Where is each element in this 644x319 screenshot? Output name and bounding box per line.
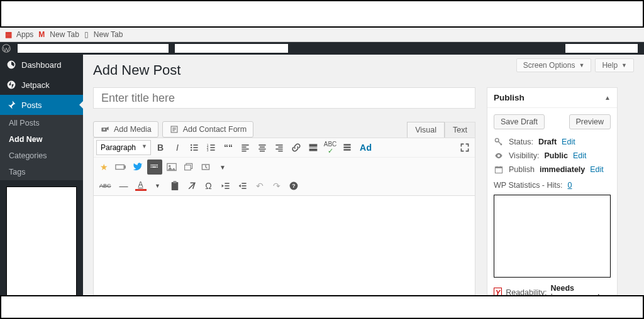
svg-rect-33 [309, 147, 318, 148]
bookmark-newtab-b[interactable]: New Tab [94, 30, 123, 39]
toolbar-toggle-button[interactable] [340, 140, 355, 155]
outdent-button[interactable] [218, 178, 233, 193]
bookmark-apps[interactable]: Apps [16, 30, 33, 39]
document-icon[interactable]: ▯ [84, 30, 89, 39]
redo-button[interactable]: ↷ [269, 178, 284, 193]
svg-rect-38 [116, 165, 125, 169]
hits-value-link[interactable]: 0 [568, 181, 572, 190]
publish-metabox-header[interactable]: Publish ▲ [487, 88, 617, 108]
screen-meta-links: Screen Options ▼ Help ▼ [516, 58, 634, 72]
align-left-button[interactable] [238, 140, 253, 155]
svg-rect-26 [258, 149, 265, 150]
ad-button[interactable]: Ad [357, 140, 375, 155]
strikethrough-button[interactable]: ABC [96, 178, 114, 193]
spellcheck-button[interactable]: ABC✓ [323, 140, 338, 155]
wordpress-logo-icon[interactable] [0, 44, 13, 53]
editor-mode-tabs: Visual Text [407, 122, 475, 138]
sidebar-label-jetpack: Jetpack [21, 80, 50, 90]
gmail-icon[interactable]: M [38, 30, 45, 39]
apps-grid-icon[interactable]: ▦ [5, 30, 11, 39]
svg-rect-24 [258, 144, 265, 146]
insert-link-button[interactable] [289, 140, 304, 155]
text-color-button[interactable]: A [133, 178, 148, 193]
special-char-button[interactable]: Ω [201, 178, 216, 193]
italic-button[interactable]: I [170, 140, 185, 155]
tab-text[interactable]: Text [445, 122, 475, 138]
svg-point-12 [191, 149, 192, 151]
insert-more-button[interactable] [306, 140, 321, 155]
svg-rect-42 [152, 165, 153, 166]
visibility-label: Visibility: [509, 151, 539, 160]
numbered-list-button[interactable]: 123 [204, 140, 219, 155]
color-caret-icon[interactable]: ▼ [150, 178, 165, 193]
distraction-free-button[interactable] [457, 140, 472, 155]
svg-rect-57 [225, 185, 229, 187]
sidebar-item-dashboard[interactable]: Dashboard [0, 55, 83, 75]
admin-bar-redacted-c [565, 44, 638, 53]
svg-point-1 [8, 81, 16, 89]
screen-options-button[interactable]: Screen Options ▼ [516, 58, 592, 72]
sidebar-item-posts[interactable]: Posts [0, 95, 83, 115]
screen-options-label: Screen Options [523, 61, 575, 70]
status-edit-link[interactable]: Edit [562, 138, 575, 146]
sidebar-sub-categories[interactable]: Categories [0, 148, 83, 164]
format-select[interactable]: Paragraph [96, 140, 151, 155]
help-button[interactable]: Help ▼ [595, 58, 634, 72]
align-center-button[interactable] [255, 140, 270, 155]
camera-music-icon [100, 124, 110, 134]
horizontal-rule-button[interactable]: — [116, 178, 131, 193]
svg-rect-21 [242, 146, 246, 148]
help-label: Help [602, 61, 618, 70]
hits-label: WP Statistics - Hits: [494, 181, 563, 190]
dropdown-caret-icon[interactable]: ▼ [215, 160, 230, 175]
undo-button[interactable]: ↶ [252, 178, 267, 193]
svg-rect-22 [242, 149, 248, 150]
align-right-button[interactable] [272, 140, 287, 155]
add-media-button[interactable]: Add Media [93, 121, 158, 138]
add-contact-form-button[interactable]: Add Contact Form [162, 121, 253, 138]
layers-button[interactable] [181, 160, 196, 175]
svg-rect-66 [495, 167, 502, 168]
blockquote-button[interactable]: ““ [221, 140, 236, 155]
sidebar-sub-tags[interactable]: Tags [0, 164, 83, 180]
svg-rect-17 [210, 147, 214, 148]
bookmark-newtab-a[interactable]: New Tab [50, 30, 79, 39]
svg-point-50 [169, 165, 170, 167]
clear-formatting-button[interactable] [184, 178, 199, 193]
sidebar-sub-allposts[interactable]: All Posts [0, 115, 83, 131]
tab-visual[interactable]: Visual [407, 122, 445, 138]
sidebar-item-jetpack[interactable]: Jetpack [0, 75, 83, 95]
preview-button[interactable]: Preview [569, 114, 611, 129]
calendar-icon [494, 165, 504, 175]
indent-button[interactable] [235, 178, 250, 193]
editor-content-area[interactable] [93, 196, 475, 295]
svg-rect-9 [193, 144, 197, 146]
revert-button[interactable] [198, 160, 213, 175]
sidebar-sub-addnew[interactable]: Add New [0, 131, 83, 148]
sidebar-label-posts: Posts [21, 100, 42, 110]
post-title-input[interactable] [93, 87, 475, 109]
publish-label: Publish [509, 165, 535, 174]
svg-rect-27 [260, 151, 265, 152]
bullet-list-button[interactable] [187, 140, 202, 155]
paste-button[interactable] [167, 178, 182, 193]
keyboard-button[interactable] [147, 160, 162, 175]
bold-button[interactable]: B [153, 140, 168, 155]
svg-rect-30 [275, 149, 282, 150]
image-button[interactable] [164, 160, 179, 175]
pin-icon [6, 100, 16, 110]
battery-icon[interactable] [113, 160, 128, 175]
twitter-icon[interactable] [130, 160, 145, 175]
svg-point-3 [103, 129, 105, 131]
save-draft-button[interactable]: Save Draft [494, 114, 545, 129]
eye-icon [494, 151, 504, 161]
svg-rect-55 [173, 181, 176, 183]
svg-rect-34 [309, 149, 318, 151]
visibility-edit-link[interactable]: Edit [573, 151, 587, 160]
chevron-down-icon: ▼ [621, 62, 627, 68]
svg-rect-15 [210, 144, 214, 146]
publish-edit-link[interactable]: Edit [590, 165, 604, 174]
help-icon[interactable]: ? [286, 178, 301, 193]
star-icon[interactable]: ★ [96, 160, 111, 175]
format-select-wrap[interactable]: Paragraph [96, 140, 151, 155]
